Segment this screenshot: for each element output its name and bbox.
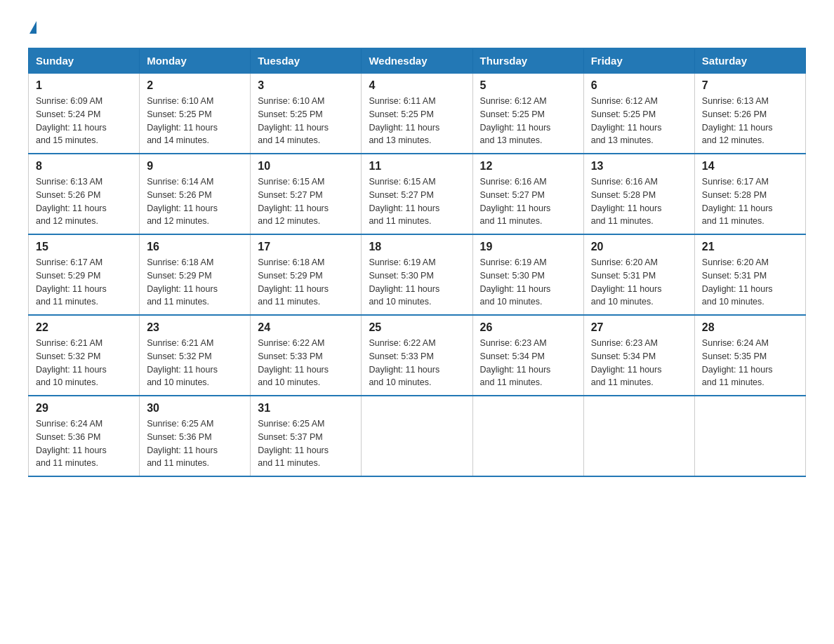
day-number: 20 <box>591 241 687 253</box>
calendar-day-cell: 4 Sunrise: 6:11 AM Sunset: 5:25 PM Dayli… <box>362 73 472 154</box>
calendar-week-row: 22 Sunrise: 6:21 AM Sunset: 5:32 PM Dayl… <box>29 315 806 396</box>
day-info: Sunrise: 6:24 AM Sunset: 5:35 PM Dayligh… <box>702 337 798 389</box>
day-number: 22 <box>36 321 132 334</box>
day-info: Sunrise: 6:19 AM Sunset: 5:30 PM Dayligh… <box>480 256 576 309</box>
calendar-day-cell: 20 Sunrise: 6:20 AM Sunset: 5:31 PM Dayl… <box>583 234 694 315</box>
day-of-week-header: Wednesday <box>362 48 472 73</box>
day-info: Sunrise: 6:12 AM Sunset: 5:25 PM Dayligh… <box>480 95 576 147</box>
day-info: Sunrise: 6:20 AM Sunset: 5:31 PM Dayligh… <box>591 256 687 309</box>
calendar-day-cell: 3 Sunrise: 6:10 AM Sunset: 5:25 PM Dayli… <box>251 73 362 154</box>
day-of-week-header: Thursday <box>472 48 583 73</box>
calendar-week-row: 8 Sunrise: 6:13 AM Sunset: 5:26 PM Dayli… <box>29 154 806 234</box>
day-info: Sunrise: 6:18 AM Sunset: 5:29 PM Dayligh… <box>258 256 354 309</box>
day-info: Sunrise: 6:16 AM Sunset: 5:28 PM Dayligh… <box>591 175 687 228</box>
calendar-day-cell: 10 Sunrise: 6:15 AM Sunset: 5:27 PM Dayl… <box>251 154 362 234</box>
day-number: 23 <box>147 321 243 334</box>
day-info: Sunrise: 6:22 AM Sunset: 5:33 PM Dayligh… <box>369 337 465 389</box>
day-number: 3 <box>258 79 354 92</box>
calendar-day-cell: 2 Sunrise: 6:10 AM Sunset: 5:25 PM Dayli… <box>140 73 251 154</box>
day-info: Sunrise: 6:13 AM Sunset: 5:26 PM Dayligh… <box>702 95 798 147</box>
day-number: 28 <box>702 321 798 334</box>
day-number: 10 <box>258 160 354 173</box>
day-number: 13 <box>591 160 687 173</box>
calendar-day-cell: 5 Sunrise: 6:12 AM Sunset: 5:25 PM Dayli… <box>472 73 583 154</box>
day-number: 18 <box>369 241 465 253</box>
calendar-week-row: 15 Sunrise: 6:17 AM Sunset: 5:29 PM Dayl… <box>29 234 806 315</box>
day-number: 9 <box>147 160 243 173</box>
day-info: Sunrise: 6:25 AM Sunset: 5:37 PM Dayligh… <box>258 417 354 470</box>
day-info: Sunrise: 6:17 AM Sunset: 5:29 PM Dayligh… <box>36 256 132 309</box>
day-info: Sunrise: 6:25 AM Sunset: 5:36 PM Dayligh… <box>147 417 243 470</box>
day-info: Sunrise: 6:11 AM Sunset: 5:25 PM Dayligh… <box>369 95 465 147</box>
calendar-day-cell: 29 Sunrise: 6:24 AM Sunset: 5:36 PM Dayl… <box>29 396 140 476</box>
calendar-day-cell: 14 Sunrise: 6:17 AM Sunset: 5:28 PM Dayl… <box>694 154 805 234</box>
day-number: 16 <box>147 241 243 253</box>
page-header <box>28 21 806 34</box>
calendar-day-cell: 26 Sunrise: 6:23 AM Sunset: 5:34 PM Dayl… <box>472 315 583 396</box>
calendar-day-cell: 15 Sunrise: 6:17 AM Sunset: 5:29 PM Dayl… <box>29 234 140 315</box>
day-number: 24 <box>258 321 354 334</box>
calendar-day-cell: 31 Sunrise: 6:25 AM Sunset: 5:37 PM Dayl… <box>251 396 362 476</box>
day-info: Sunrise: 6:10 AM Sunset: 5:25 PM Dayligh… <box>258 95 354 147</box>
calendar-day-cell: 9 Sunrise: 6:14 AM Sunset: 5:26 PM Dayli… <box>140 154 251 234</box>
calendar-day-cell <box>472 396 583 476</box>
day-number: 31 <box>258 402 354 415</box>
day-number: 15 <box>36 241 132 253</box>
day-info: Sunrise: 6:20 AM Sunset: 5:31 PM Dayligh… <box>702 256 798 309</box>
day-number: 7 <box>702 79 798 92</box>
calendar-day-cell: 30 Sunrise: 6:25 AM Sunset: 5:36 PM Dayl… <box>140 396 251 476</box>
day-of-week-header: Sunday <box>29 48 140 73</box>
day-of-week-header: Monday <box>140 48 251 73</box>
calendar-day-cell: 16 Sunrise: 6:18 AM Sunset: 5:29 PM Dayl… <box>140 234 251 315</box>
day-info: Sunrise: 6:17 AM Sunset: 5:28 PM Dayligh… <box>702 175 798 228</box>
calendar-day-cell: 24 Sunrise: 6:22 AM Sunset: 5:33 PM Dayl… <box>251 315 362 396</box>
calendar-day-cell: 21 Sunrise: 6:20 AM Sunset: 5:31 PM Dayl… <box>694 234 805 315</box>
day-info: Sunrise: 6:15 AM Sunset: 5:27 PM Dayligh… <box>258 175 354 228</box>
day-number: 2 <box>147 79 243 92</box>
day-number: 19 <box>480 241 576 253</box>
day-info: Sunrise: 6:22 AM Sunset: 5:33 PM Dayligh… <box>258 337 354 389</box>
day-number: 5 <box>480 79 576 92</box>
calendar-day-cell: 13 Sunrise: 6:16 AM Sunset: 5:28 PM Dayl… <box>583 154 694 234</box>
day-info: Sunrise: 6:23 AM Sunset: 5:34 PM Dayligh… <box>591 337 687 389</box>
calendar-week-row: 29 Sunrise: 6:24 AM Sunset: 5:36 PM Dayl… <box>29 396 806 476</box>
calendar-day-cell: 22 Sunrise: 6:21 AM Sunset: 5:32 PM Dayl… <box>29 315 140 396</box>
day-number: 8 <box>36 160 132 173</box>
day-number: 17 <box>258 241 354 253</box>
day-info: Sunrise: 6:10 AM Sunset: 5:25 PM Dayligh… <box>147 95 243 147</box>
logo-triangle-icon <box>29 21 37 34</box>
day-number: 29 <box>36 402 132 415</box>
calendar-day-cell: 23 Sunrise: 6:21 AM Sunset: 5:32 PM Dayl… <box>140 315 251 396</box>
day-info: Sunrise: 6:16 AM Sunset: 5:27 PM Dayligh… <box>480 175 576 228</box>
calendar-table: SundayMondayTuesdayWednesdayThursdayFrid… <box>28 48 806 477</box>
day-number: 1 <box>36 79 132 92</box>
calendar-day-cell <box>362 396 472 476</box>
day-info: Sunrise: 6:13 AM Sunset: 5:26 PM Dayligh… <box>36 175 132 228</box>
day-info: Sunrise: 6:12 AM Sunset: 5:25 PM Dayligh… <box>591 95 687 147</box>
day-info: Sunrise: 6:14 AM Sunset: 5:26 PM Dayligh… <box>147 175 243 228</box>
calendar-header-row: SundayMondayTuesdayWednesdayThursdayFrid… <box>29 48 806 73</box>
day-info: Sunrise: 6:18 AM Sunset: 5:29 PM Dayligh… <box>147 256 243 309</box>
logo <box>28 21 37 34</box>
day-number: 30 <box>147 402 243 415</box>
day-info: Sunrise: 6:21 AM Sunset: 5:32 PM Dayligh… <box>147 337 243 389</box>
day-number: 6 <box>591 79 687 92</box>
day-of-week-header: Friday <box>583 48 694 73</box>
day-info: Sunrise: 6:15 AM Sunset: 5:27 PM Dayligh… <box>369 175 465 228</box>
day-number: 4 <box>369 79 465 92</box>
day-number: 11 <box>369 160 465 173</box>
calendar-day-cell: 8 Sunrise: 6:13 AM Sunset: 5:26 PM Dayli… <box>29 154 140 234</box>
calendar-day-cell: 7 Sunrise: 6:13 AM Sunset: 5:26 PM Dayli… <box>694 73 805 154</box>
day-number: 12 <box>480 160 576 173</box>
day-number: 21 <box>702 241 798 253</box>
calendar-day-cell: 27 Sunrise: 6:23 AM Sunset: 5:34 PM Dayl… <box>583 315 694 396</box>
day-of-week-header: Tuesday <box>251 48 362 73</box>
calendar-day-cell <box>694 396 805 476</box>
calendar-day-cell: 17 Sunrise: 6:18 AM Sunset: 5:29 PM Dayl… <box>251 234 362 315</box>
calendar-day-cell: 25 Sunrise: 6:22 AM Sunset: 5:33 PM Dayl… <box>362 315 472 396</box>
calendar-day-cell: 12 Sunrise: 6:16 AM Sunset: 5:27 PM Dayl… <box>472 154 583 234</box>
calendar-week-row: 1 Sunrise: 6:09 AM Sunset: 5:24 PM Dayli… <box>29 73 806 154</box>
day-of-week-header: Saturday <box>694 48 805 73</box>
day-number: 27 <box>591 321 687 334</box>
calendar-day-cell <box>583 396 694 476</box>
